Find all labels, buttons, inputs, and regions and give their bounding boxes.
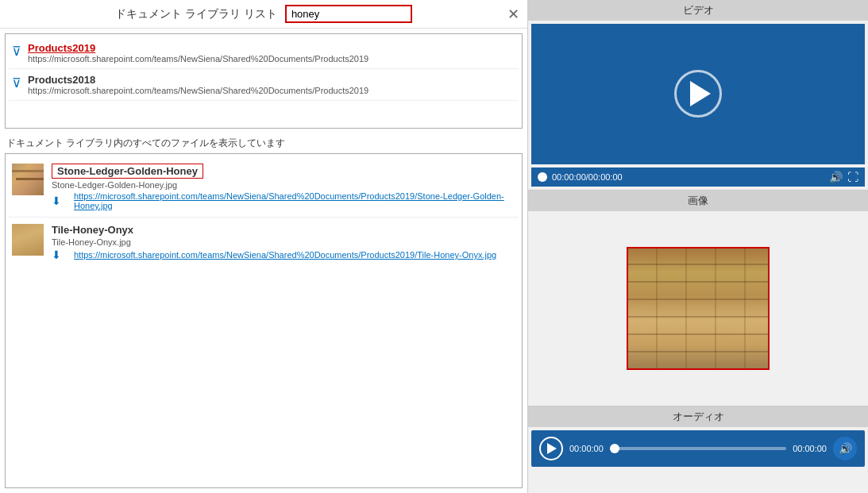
audio-play-triangle-icon	[547, 443, 557, 454]
stone-wall-image	[628, 248, 768, 368]
library-list: ⊽ Products2019 https://microsoft.sharepo…	[5, 33, 523, 129]
library-name-products2018: Products2018	[28, 74, 368, 86]
volume-icon[interactable]: 🔊	[829, 171, 843, 183]
download-icon-tile[interactable]: ⬇	[52, 248, 61, 261]
file-name-stone: Stone-Ledger-Golden-Honey	[57, 165, 198, 177]
file-thumbnail-tile	[12, 224, 44, 256]
audio-end-time: 00:00:00	[793, 444, 827, 453]
library-item[interactable]: ⊽ Products2019 https://microsoft.sharepo…	[9, 37, 519, 69]
close-button[interactable]: ✕	[507, 7, 519, 21]
image-content	[528, 211, 868, 406]
image-section-header: 画像	[528, 191, 868, 211]
file-list: Stone-Ledger-Golden-Honey Stone-Ledger-G…	[5, 153, 523, 488]
audio-player: 00:00:00 00:00:00 🔊	[531, 430, 865, 467]
video-progress-dot[interactable]	[538, 172, 547, 182]
filter-icon: ⊽	[12, 75, 21, 91]
video-player	[531, 24, 865, 164]
library-name-products2019: Products2019	[28, 42, 368, 54]
video-controls: 00:00:00/00:00:00 🔊 ⛶	[531, 168, 865, 187]
file-name-highlighted: Stone-Ledger-Golden-Honey	[52, 164, 203, 179]
fullscreen-icon[interactable]: ⛶	[847, 171, 858, 183]
file-link-stone[interactable]: https://microsoft.sharepoint.com/teams/N…	[74, 191, 515, 210]
file-name-tile: Tile-Honey-Onyx	[52, 224, 133, 236]
file-link-tile[interactable]: https://microsoft.sharepoint.com/teams/N…	[74, 250, 496, 260]
library-item[interactable]: ⊽ Products2018 https://microsoft.sharepo…	[9, 69, 519, 101]
panel-title: ドキュメント ライブラリ リスト	[115, 7, 277, 21]
download-icon-stone[interactable]: ⬇	[52, 195, 61, 207]
file-filename-stone: Stone-Ledger-Golden-Honey.jpg	[52, 180, 515, 190]
filter-icon: ⊽	[12, 44, 21, 59]
file-filename-tile: Tile-Honey-Onyx.jpg	[52, 237, 515, 247]
file-thumbnail-stone	[12, 164, 44, 195]
audio-progress-bar[interactable]	[610, 447, 786, 450]
audio-section: オーディオ 00:00:00 00:00:00 🔊	[528, 406, 868, 493]
notice-text: ドキュメント ライブラリ内のすべてのファイルを表示しています	[0, 133, 527, 153]
search-input[interactable]	[285, 5, 412, 23]
audio-section-header: オーディオ	[528, 406, 868, 427]
left-panel: ドキュメント ライブラリ リスト ✕ ⊽ Products2019 https:…	[0, 0, 528, 493]
video-section-header: ビデオ	[528, 0, 868, 21]
right-panel: ビデオ 00:00:00/00:00:00 🔊 ⛶ 画像 オーディオ 0	[528, 0, 868, 493]
audio-start-time: 00:00:00	[569, 444, 604, 453]
play-triangle-icon	[690, 81, 711, 106]
video-time: 00:00:00/00:00:00	[552, 172, 824, 182]
file-item-stone[interactable]: Stone-Ledger-Golden-Honey Stone-Ledger-G…	[9, 157, 519, 218]
audio-volume-button[interactable]: 🔊	[833, 437, 857, 460]
library-url-products2018: https://microsoft.sharepoint.com/teams/N…	[28, 86, 368, 95]
image-section: 画像	[528, 191, 868, 406]
video-play-button[interactable]	[674, 70, 722, 117]
audio-play-button[interactable]	[539, 437, 563, 460]
image-preview	[627, 247, 770, 370]
audio-progress-dot	[610, 444, 619, 453]
video-section: ビデオ 00:00:00/00:00:00 🔊 ⛶	[528, 0, 868, 191]
library-url-products2019: https://microsoft.sharepoint.com/teams/N…	[28, 54, 368, 64]
left-header: ドキュメント ライブラリ リスト ✕	[0, 0, 527, 29]
audio-volume-icon: 🔊	[839, 442, 852, 455]
file-item-tile[interactable]: Tile-Honey-Onyx Tile-Honey-Onyx.jpg ⬇ ht…	[9, 218, 519, 268]
